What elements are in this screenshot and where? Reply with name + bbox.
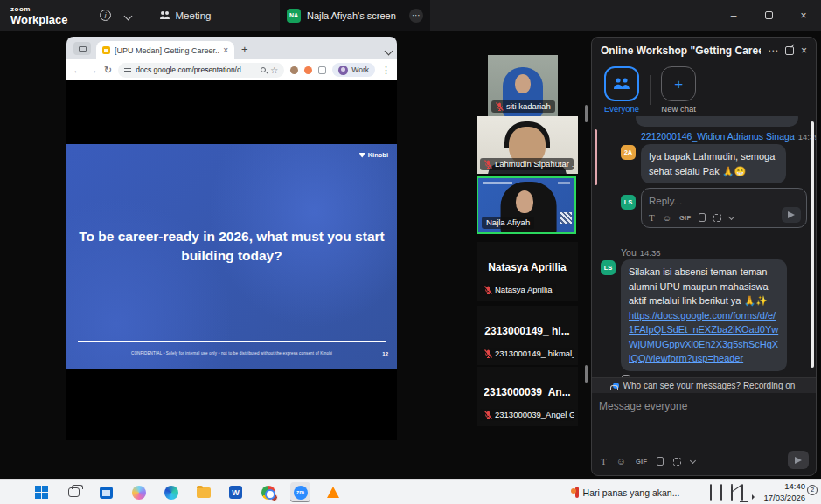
video-tile[interactable]: 2313000149_ hi... 2313000149_ hikmal_... [477, 306, 578, 365]
slide-divider [78, 341, 386, 342]
bookmark-star-icon[interactable]: ☆ [270, 66, 278, 75]
shared-screen-browser: [UPU Medan] Getting Career... × + ← → ↻ … [66, 37, 397, 440]
task-view-button[interactable] [64, 482, 84, 502]
minimize-button[interactable]: – [716, 0, 751, 31]
recording-notice[interactable]: Who can see your messages? Recording on [592, 377, 816, 393]
screenshot-icon[interactable] [673, 458, 681, 466]
avatar: 2A [621, 145, 636, 160]
profile-avatar [338, 66, 348, 75]
hidden-icons-chevron[interactable] [692, 485, 692, 501]
add-reaction-icon[interactable]: ☺ [639, 375, 648, 377]
participant-name-label: Najla Afiyah [482, 217, 534, 229]
chevron-down-icon[interactable] [117, 10, 140, 21]
attach-file-icon[interactable] [657, 457, 664, 466]
message-input[interactable] [599, 400, 809, 444]
file-explorer-icon[interactable] [193, 482, 213, 502]
extensions-puzzle-icon[interactable] [318, 66, 326, 74]
chrome-icon[interactable] [258, 482, 278, 502]
absence-form-link[interactable]: https://docs.google.com/forms/d/e/1FAIpQ… [629, 308, 779, 366]
send-reply-button[interactable] [782, 207, 801, 223]
extension-icon[interactable] [290, 66, 298, 74]
chevron-down-icon[interactable] [690, 457, 696, 463]
browser-menu-icon[interactable]: ⋮ [381, 65, 391, 76]
video-strip-scrollbar[interactable] [585, 105, 588, 122]
muted-mic-icon [484, 349, 492, 358]
participant-name-label: Natasya Aprillia [480, 284, 556, 296]
tab-everyone[interactable]: Everyone [604, 66, 639, 114]
quote-reply-icon[interactable] [622, 375, 630, 377]
zoom-page-icon[interactable] [261, 67, 266, 72]
close-button[interactable]: × [786, 0, 821, 31]
site-settings-icon[interactable] [124, 68, 131, 72]
chat-close-icon[interactable]: × [801, 45, 807, 57]
format-text-icon[interactable]: T [601, 456, 607, 466]
weather-text: Hari panas yang akan... [583, 487, 680, 498]
reply-input[interactable]: Reply... T ☺ GIF [641, 188, 807, 228]
video-tile[interactable]: 2313000039_An... 2313000039_Angel G... [477, 367, 578, 426]
tabstrip-chevron-icon[interactable] [385, 47, 393, 56]
emoji-icon[interactable]: ☺ [616, 456, 626, 466]
tab-close-icon[interactable]: × [223, 45, 228, 55]
meeting-tab-label: Meeting [176, 10, 212, 21]
notifications-off-icon[interactable] [731, 485, 733, 501]
emoji-icon[interactable]: ☺ [663, 213, 671, 223]
phone-link-icon[interactable] [720, 485, 722, 501]
video-tile[interactable]: Natasya Aprillia Natasya Aprillia [477, 242, 578, 301]
video-tile-active-speaker[interactable]: Najla Afiyah [477, 176, 576, 234]
popout-icon[interactable] [785, 46, 794, 55]
chat-scrollbar[interactable] [811, 121, 814, 368]
zoom-app-icon[interactable]: zm [290, 482, 310, 502]
tab-new-chat[interactable]: + New chat [661, 66, 696, 114]
chevron-down-icon[interactable] [728, 213, 734, 219]
video-tile[interactable]: Lahmudin Sipahutar . [477, 116, 578, 174]
screenshot-icon[interactable] [713, 214, 721, 222]
video-tile[interactable]: siti kadariah [488, 55, 558, 116]
muted-mic-icon [484, 286, 492, 294]
weather-widget[interactable]: Hari panas yang akan... [575, 487, 680, 498]
plus-icon: + [674, 77, 683, 92]
message-sender: You14:36 [621, 247, 661, 258]
participant-face [516, 190, 533, 213]
extension-icon[interactable] [304, 66, 312, 74]
new-tab-button[interactable]: + [241, 43, 248, 56]
word-icon[interactable]: W [226, 482, 246, 502]
copilot-icon[interactable] [129, 482, 149, 502]
screen-tab-label: Najla Afiyah's screen [307, 10, 396, 21]
browser-toolbar: ← → ↻ docs.google.com/presentation/d... … [66, 59, 397, 80]
format-text-icon[interactable]: T [649, 212, 655, 223]
reload-icon[interactable]: ↻ [104, 65, 112, 76]
gif-icon[interactable]: GIF [679, 214, 691, 222]
clock[interactable]: 14:40 17/03/2026 [763, 481, 805, 503]
browser-tabstrip: [UPU Medan] Getting Career... × + [66, 37, 397, 59]
video-strip-scrollbar[interactable] [585, 365, 588, 383]
maximize-button[interactable] [751, 0, 786, 31]
browser-tab[interactable]: [UPU Medan] Getting Career... × [96, 41, 234, 59]
profile-chip[interactable]: Work [332, 63, 375, 77]
tab-najla-screen[interactable]: NA Najla Afiyah's screen ⋯ [280, 0, 430, 31]
display-icon[interactable] [710, 485, 712, 501]
divider [650, 75, 651, 105]
tab-search-icon[interactable] [73, 42, 91, 55]
tab-options-icon[interactable]: ⋯ [409, 9, 423, 23]
start-button[interactable] [31, 482, 52, 502]
recording-notice-text: Who can see your messages? Recording on [623, 381, 796, 390]
avatar: LS [621, 195, 636, 210]
message-time: 14:36 [640, 248, 661, 258]
gif-icon[interactable]: GIF [636, 458, 647, 466]
more-actions-icon[interactable]: ⋯ [657, 375, 665, 377]
tab-meeting[interactable]: Meeting [159, 10, 212, 21]
chat-messages[interactable]: 2212000146_Widion Adrianus Sinaga14:39 2… [592, 116, 816, 377]
new-chat-label: New chat [661, 104, 696, 114]
info-icon[interactable]: i [94, 10, 117, 21]
forward-icon[interactable]: → [88, 65, 98, 75]
chat-more-icon[interactable]: ⋯ [768, 45, 778, 57]
send-message-button[interactable] [788, 451, 809, 469]
microphone-tray-icon[interactable] [741, 485, 743, 501]
app-titlebar: zoom Workplace i Meeting NA Najla Afiyah… [0, 0, 821, 31]
vlc-icon[interactable] [323, 482, 343, 502]
address-bar[interactable]: docs.google.com/presentation/d... ☆ [118, 63, 284, 78]
back-icon[interactable]: ← [73, 65, 82, 75]
microsoft-store-icon[interactable] [96, 482, 116, 502]
edge-icon[interactable] [161, 482, 181, 502]
attach-file-icon[interactable] [699, 213, 706, 222]
